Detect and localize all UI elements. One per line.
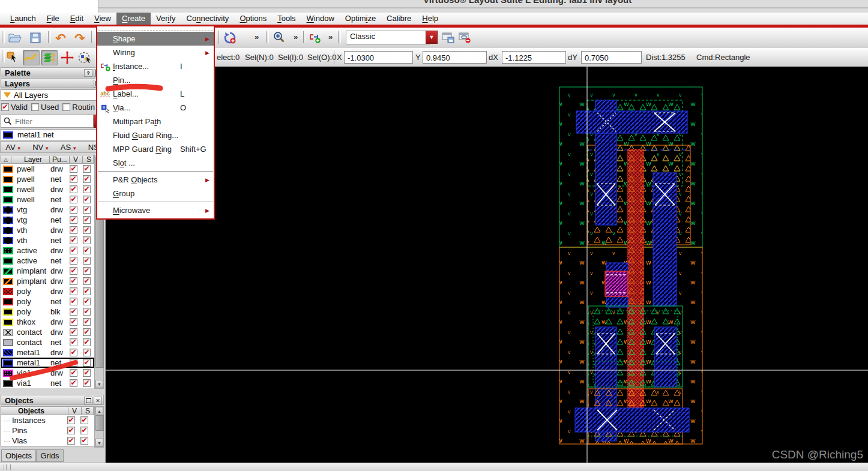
create-menu-item-pin[interactable]: Pin...: [97, 73, 214, 87]
layers-header[interactable]: Layers: [1, 78, 104, 88]
save-icon[interactable]: [28, 31, 43, 45]
layer-v-checkbox[interactable]: [70, 165, 77, 173]
valid-checkbox[interactable]: [1, 103, 9, 111]
toolbar-grip[interactable]: [266, 31, 269, 43]
object-s-checkbox[interactable]: [80, 416, 88, 424]
palette-header[interactable]: Palette ?: [1, 67, 104, 77]
toolbar-grip[interactable]: [48, 31, 51, 43]
objects-scrollbar[interactable]: ▲ ▼: [94, 406, 104, 448]
layer-row-metal1-net[interactable]: metal1net: [1, 358, 94, 368]
layer-s-checkbox[interactable]: [83, 196, 91, 203]
help-button[interactable]: ?: [84, 69, 92, 77]
layer-s-checkbox[interactable]: [83, 349, 91, 356]
create-menu-item-wiring[interactable]: Wiring▶: [97, 46, 214, 59]
layer-s-checkbox[interactable]: [83, 308, 91, 316]
create-instance-icon[interactable]: [307, 31, 323, 45]
layer-v-checkbox[interactable]: [70, 216, 77, 224]
layer-s-checkbox[interactable]: [83, 267, 91, 275]
visible-column-header[interactable]: V: [73, 155, 78, 164]
object-s-checkbox[interactable]: [80, 427, 88, 434]
scroll-down-button[interactable]: ▼: [95, 380, 103, 388]
tab-objects[interactable]: Objects: [1, 449, 36, 462]
layer-s-checkbox[interactable]: [83, 298, 91, 305]
toolbar-grip[interactable]: [338, 31, 341, 43]
layer-row-pwell-drw[interactable]: pwelldrw: [1, 164, 94, 174]
layer-row-active-net[interactable]: activenet: [1, 256, 94, 266]
sort-indicator-icon[interactable]: △: [4, 157, 8, 163]
dy-input[interactable]: [581, 51, 642, 64]
create-menu-item-slot[interactable]: Slot ...: [97, 156, 214, 170]
dx-input[interactable]: [502, 51, 566, 64]
layer-s-checkbox[interactable]: [83, 247, 91, 254]
layer-row-thkox-drw[interactable]: thkoxdrw: [1, 317, 94, 327]
object-v-checkbox[interactable]: [67, 416, 75, 424]
object-s-checkbox[interactable]: [80, 437, 88, 445]
menu-launch[interactable]: Launch: [5, 13, 41, 25]
selectable-column-header[interactable]: S: [86, 155, 91, 164]
layer-s-checkbox[interactable]: [83, 359, 91, 367]
layer-row-poly-net[interactable]: polynet: [1, 296, 94, 307]
purpose-column-header[interactable]: Pu...: [52, 155, 67, 164]
layer-row-contact-drw[interactable]: contactdrw: [1, 327, 94, 337]
layer-v-checkbox[interactable]: [70, 359, 77, 367]
layer-row-vth-drw[interactable]: vthdrw: [1, 225, 94, 235]
create-menu-item-shape[interactable]: Shape▶: [97, 32, 214, 46]
layer-s-checkbox[interactable]: [83, 338, 91, 346]
tab-grids[interactable]: Grids: [36, 449, 64, 462]
layer-s-checkbox[interactable]: [83, 226, 91, 234]
layer-v-checkbox[interactable]: [70, 196, 77, 203]
scrollbar-thumb[interactable]: [95, 415, 104, 431]
quick-button-nv[interactable]: NV▼: [32, 143, 50, 152]
objects-table-header[interactable]: Objects V S: [1, 406, 94, 415]
layer-s-checkbox[interactable]: [83, 185, 91, 193]
create-menu-item-p-r-objects[interactable]: P&R Objects▶: [97, 173, 214, 187]
layer-v-checkbox[interactable]: [70, 287, 77, 295]
layer-row-vtg-net[interactable]: vtgnet: [1, 215, 94, 225]
create-menu-item-group[interactable]: Group: [97, 187, 214, 200]
layer-v-checkbox[interactable]: [70, 175, 77, 183]
zoom-in-icon[interactable]: [271, 31, 287, 45]
menu-options[interactable]: Options: [234, 13, 272, 25]
open-file-icon[interactable]: [7, 31, 23, 45]
layer-s-checkbox[interactable]: [83, 257, 91, 265]
layer-s-checkbox[interactable]: [83, 328, 91, 336]
object-row-pins[interactable]: ···Pins: [1, 425, 94, 436]
layer-s-checkbox[interactable]: [83, 318, 91, 326]
layer-s-checkbox[interactable]: [83, 287, 91, 295]
layer-s-checkbox[interactable]: [83, 379, 91, 387]
menu-tools[interactable]: Tools: [272, 13, 301, 25]
metal1-strip-right[interactable]: [653, 173, 677, 306]
menu-connectivity[interactable]: Connectivity: [181, 13, 235, 25]
object-v-checkbox[interactable]: [67, 437, 75, 445]
menu-calibre[interactable]: Calibre: [381, 13, 417, 25]
create-menu-item-microwave[interactable]: Microwave▶: [97, 203, 214, 217]
toolbar-grip[interactable]: [2, 31, 5, 43]
metal1-rail-top[interactable]: [576, 111, 687, 133]
scroll-down-button[interactable]: ▼: [95, 439, 103, 447]
layer-v-checkbox[interactable]: [70, 338, 77, 346]
menu-edit[interactable]: Edit: [65, 13, 89, 25]
layer-row-poly-blk[interactable]: polyblk: [1, 307, 94, 317]
menu-view[interactable]: View: [89, 13, 116, 25]
overflow-chevron[interactable]: »: [255, 32, 259, 41]
workspace-save-icon[interactable]: [441, 31, 456, 45]
layer-v-checkbox[interactable]: [70, 308, 77, 316]
quick-button-as[interactable]: AS▼: [61, 143, 78, 152]
layer-row-nwell-net[interactable]: nwellnet: [1, 194, 94, 205]
float-button[interactable]: [84, 397, 92, 404]
object-row-instances[interactable]: ···Instances: [1, 415, 94, 425]
toolbar-grip[interactable]: [91, 31, 94, 43]
layer-v-checkbox[interactable]: [70, 236, 77, 244]
layer-v-checkbox[interactable]: [70, 328, 77, 336]
layer-row-vtg-drw[interactable]: vtgdrw: [1, 205, 94, 215]
hierarchy-mode-icon[interactable]: [41, 50, 58, 65]
layer-s-checkbox[interactable]: [83, 236, 91, 244]
object-v-checkbox[interactable]: [67, 427, 75, 434]
layer-v-checkbox[interactable]: [70, 369, 77, 377]
menu-file[interactable]: File: [41, 13, 65, 25]
current-layer-row[interactable]: metal1 net: [1, 129, 104, 140]
workspace-combo-arrow[interactable]: ▼: [426, 31, 438, 44]
layer-s-checkbox[interactable]: [83, 277, 91, 285]
layer-v-checkbox[interactable]: [70, 257, 77, 265]
layer-row-nwell-drw[interactable]: nwelldrw: [1, 184, 94, 194]
